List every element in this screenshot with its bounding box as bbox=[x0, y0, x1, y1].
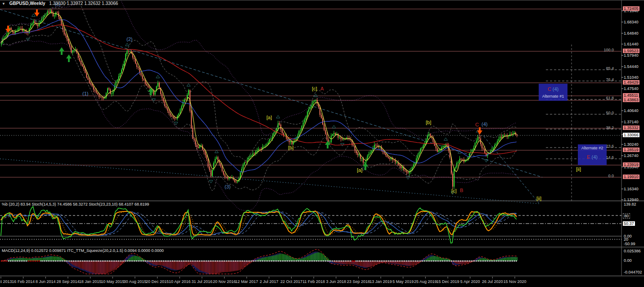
mt4-chart-window: ▼ GBPUSD,Weekly 1.33030 1.33972 1.32632 … bbox=[0, 0, 644, 287]
alternate-note-label: Alternate #2 bbox=[578, 146, 607, 150]
chart-title-bar: ▼ GBPUSD,Weekly 1.33030 1.33972 1.32632 … bbox=[2, 1, 121, 6]
alternate-note-label: Alternate #1 bbox=[539, 94, 567, 99]
date-tick-label: 13 Jan 2019 bbox=[369, 279, 392, 284]
price-tick-label: 1.40640 bbox=[624, 108, 639, 113]
indicator1-label: %b (20,2) 83.94 Stoch(14,5,3) 74.4586 58… bbox=[2, 202, 149, 206]
elliott-wave-label: [b] bbox=[426, 120, 431, 125]
price-tick-label: 1.64840 bbox=[624, 31, 639, 36]
chart-title-symbol: GBPUSD,Weekly bbox=[9, 1, 45, 6]
elliott-wave-label: [b] bbox=[288, 145, 293, 150]
price-tick-label: 1.61440 bbox=[624, 42, 639, 46]
sr-price-tag: 1.49429 bbox=[623, 80, 639, 85]
sr-price-tag: 1.28519 bbox=[623, 148, 639, 152]
date-tick-label: 26 Jul 2020 bbox=[482, 279, 503, 284]
date-tick-label: 3 Jun 2018 bbox=[326, 279, 346, 284]
price-tick-label: 1.47540 bbox=[624, 86, 639, 91]
alt-wave-degree: (4) bbox=[591, 154, 597, 160]
price-tick-label: 1.30240 bbox=[624, 142, 639, 147]
date-tick-label: 5 Apr 2020 bbox=[460, 279, 480, 284]
indicator1-axis-label: 139.82 bbox=[624, 202, 636, 206]
fib-level-label: 85.4 bbox=[603, 66, 614, 71]
elliott-wave-label: [ii] bbox=[576, 166, 581, 172]
alt-wave-letter: E bbox=[587, 154, 590, 160]
alternate-count-box: E (4)Alternate #2 bbox=[578, 144, 607, 165]
fib-level-label: 14.6 bbox=[603, 155, 614, 160]
indicator1-axis-label: 20 bbox=[624, 237, 628, 242]
indicator1-axis-label: -50.99 bbox=[624, 242, 635, 246]
alt-wave-letter: C bbox=[548, 86, 551, 92]
elliott-wave-label: C bbox=[475, 122, 479, 127]
fib-level-label: 100.0 bbox=[603, 48, 614, 52]
price-tick-label: 1.37140 bbox=[624, 120, 639, 124]
price-tick-label: 1.26740 bbox=[624, 153, 639, 158]
price-tick-label: 1.16340 bbox=[624, 187, 639, 191]
chart-title-ohlc: 1.33030 1.33972 1.32632 1.33066 bbox=[49, 1, 118, 6]
date-tick-label: 5 May 2019 bbox=[392, 279, 414, 284]
elliott-wave-label: (1) bbox=[82, 91, 88, 96]
date-tick-label: 28 Sep 2014 bbox=[56, 279, 79, 284]
indicator2-label: MACD(12,24,9) 0.012572 0.009871 ITC_TTM_… bbox=[2, 248, 164, 253]
chart-canvas[interactable] bbox=[0, 0, 644, 287]
sr-price-tag: 1.35332 bbox=[623, 126, 639, 130]
indicator2-axis-label: 0.025386 bbox=[624, 249, 641, 253]
fib-level-label: 61.8 bbox=[603, 96, 614, 100]
date-tick-label: 2 Jul 2017 bbox=[260, 279, 279, 284]
elliott-wave-label: A bbox=[320, 86, 324, 91]
fib-level-label: 0.0 bbox=[603, 174, 614, 178]
elliott-wave-label: (4) bbox=[482, 121, 487, 127]
date-tick-label: 10 May 2015 bbox=[101, 279, 124, 284]
date-tick-label: 15 Nov 2020 bbox=[503, 279, 526, 284]
price-tick-label: 1.54440 bbox=[624, 64, 639, 69]
sr-price-tag: 1.45511 bbox=[623, 93, 639, 98]
alt-wave-degree: (4) bbox=[553, 86, 558, 92]
elliott-wave-label: B bbox=[460, 188, 463, 193]
date-tick-label: 10 Apr 2016 bbox=[169, 279, 191, 284]
date-tick-label: 25 Aug 2019 bbox=[414, 279, 437, 284]
fib-level-label: 23.6 bbox=[603, 144, 614, 148]
price-tick-label: 1.68340 bbox=[624, 20, 639, 24]
indicator2-axis-label: -0.044702 bbox=[624, 270, 642, 274]
elliott-wave-label: [a] bbox=[357, 167, 362, 173]
date-tick-label: 31 Jul 2016 bbox=[192, 279, 213, 284]
date-tick-label: 30 Aug 2015 bbox=[124, 279, 147, 284]
sr-price-tag: 1.72405 bbox=[623, 6, 639, 11]
elliott-wave-label: (3) bbox=[225, 184, 230, 189]
elliott-wave-label: (2) bbox=[126, 36, 132, 42]
date-tick-label: 18 Jan 2015 bbox=[79, 279, 102, 284]
price-tick-label: 1.51040 bbox=[624, 75, 639, 80]
fib-level-label: 50.0 bbox=[603, 111, 614, 115]
indicator1-axis-label: 50.37 bbox=[623, 221, 635, 226]
current-price-tag: 1.33066 bbox=[623, 133, 639, 137]
date-tick-label: 12 Mar 2017 bbox=[235, 279, 258, 284]
sr-price-tag: 1.19910 bbox=[623, 175, 639, 179]
elliott-wave-label: [c] bbox=[451, 188, 457, 193]
date-tick-label: 11 Feb 2018 bbox=[302, 279, 325, 284]
fib-level-label: 76.4 bbox=[603, 77, 614, 82]
sr-price-tag: 1.23919 bbox=[623, 162, 639, 167]
date-tick-label: 27 Oct 2013 bbox=[0, 279, 12, 284]
elliott-wave-label: [c] bbox=[312, 86, 317, 91]
indicator2-axis-label: 0.00 bbox=[624, 258, 632, 263]
indicator1-axis-label: 80 bbox=[623, 213, 630, 219]
elliott-wave-label: [a] bbox=[266, 115, 272, 120]
sr-price-tag: 1.59523 bbox=[623, 49, 639, 53]
sr-price-tag: 1.43863 bbox=[623, 98, 639, 102]
price-tick-label: 1.12940 bbox=[624, 197, 639, 202]
elliott-wave-label: [ii] bbox=[536, 196, 541, 201]
fib-level-label: 38.2 bbox=[603, 126, 614, 130]
price-tick-label: 1.57940 bbox=[624, 53, 639, 58]
date-tick-label: 8 Jun 2014 bbox=[36, 279, 56, 284]
date-tick-label: 20 Dec 2015 bbox=[146, 279, 169, 284]
date-tick-label: 15 Dec 2019 bbox=[436, 279, 459, 284]
symbol-dropdown-icon[interactable]: ▼ bbox=[2, 2, 5, 6]
date-tick-label: 16 Feb 2014 bbox=[12, 279, 35, 284]
date-tick-label: 23 Sep 2018 bbox=[347, 279, 370, 284]
date-tick-label: 22 Oct 2017 bbox=[280, 279, 302, 284]
date-tick-label: 20 Nov 2016 bbox=[213, 279, 236, 284]
alternate-count-box: C (4)Alternate #1 bbox=[539, 84, 567, 101]
